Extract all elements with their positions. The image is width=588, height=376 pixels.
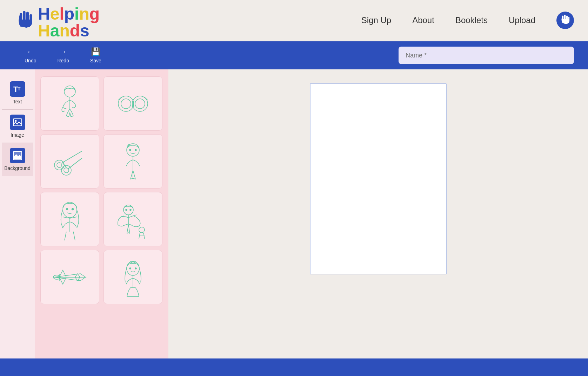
background-tool-label: Background (4, 165, 31, 171)
image-panel (35, 69, 168, 358)
footer (0, 358, 588, 376)
image-item-1[interactable] (40, 76, 99, 131)
image-item-6[interactable] (103, 192, 162, 246)
svg-point-6 (64, 86, 75, 97)
redo-label: Redo (57, 58, 69, 63)
tool-background[interactable]: Background (2, 143, 33, 176)
background-tool-icon (10, 148, 25, 163)
save-button[interactable]: 💾 Save (80, 47, 112, 63)
image-item-8[interactable] (103, 250, 162, 304)
svg-rect-2 (13, 119, 22, 126)
canvas-area (168, 69, 588, 358)
svg-point-3 (15, 120, 16, 122)
svg-point-19 (129, 149, 131, 151)
nav: Sign Up About Booklets Upload (361, 12, 574, 29)
redo-button[interactable]: → Redo (47, 47, 79, 63)
svg-text:T: T (18, 86, 21, 91)
undo-button[interactable]: ← Undo (14, 47, 47, 63)
image-item-2[interactable] (103, 76, 162, 131)
image-tool-label: Image (11, 132, 24, 138)
image-item-3[interactable] (40, 134, 99, 189)
redo-icon: → (59, 47, 67, 56)
svg-point-27 (126, 209, 127, 211)
toolbar: ← Undo → Redo 💾 Save (0, 41, 588, 69)
tool-text[interactable]: T T Text (2, 76, 33, 110)
main-content: T T Text Image (0, 69, 588, 358)
save-label: Save (90, 58, 101, 63)
text-tool-icon: T T (10, 81, 25, 97)
image-item-5[interactable] (40, 192, 99, 246)
text-tool-label: Text (13, 99, 22, 104)
canvas-page[interactable] (310, 83, 447, 274)
logo-hand-icon (14, 8, 39, 33)
svg-point-28 (130, 209, 131, 211)
sidebar-tools: T T Text Image (0, 69, 35, 358)
nav-booklets[interactable]: Booklets (455, 15, 488, 25)
svg-point-24 (72, 208, 74, 210)
tool-image[interactable]: Image (2, 110, 33, 143)
logo: Helping Hands (14, 4, 91, 37)
logo-line2: Hands (38, 22, 100, 39)
svg-point-20 (135, 149, 136, 151)
undo-icon: ← (27, 47, 34, 56)
svg-point-9 (121, 99, 131, 109)
save-icon: 💾 (91, 47, 100, 56)
nav-hand-button[interactable] (556, 12, 574, 29)
image-item-4[interactable] (103, 134, 162, 189)
svg-point-8 (118, 96, 134, 111)
svg-point-10 (132, 96, 148, 111)
name-input[interactable] (399, 47, 574, 64)
svg-point-34 (129, 268, 131, 269)
image-tool-icon (10, 115, 25, 130)
svg-point-11 (135, 99, 145, 109)
nav-upload[interactable]: Upload (509, 15, 535, 25)
svg-point-16 (61, 165, 71, 175)
undo-label: Undo (25, 58, 36, 63)
svg-point-29 (139, 227, 145, 233)
svg-point-14 (54, 160, 64, 170)
svg-point-15 (57, 163, 62, 168)
nav-about[interactable]: About (412, 15, 434, 25)
svg-point-23 (66, 208, 68, 210)
logo-line1: Helping (38, 6, 100, 22)
image-item-7[interactable] (40, 250, 99, 304)
header: Helping Hands Sign Up About Booklets Upl… (0, 0, 588, 41)
image-grid (40, 76, 163, 304)
svg-point-35 (135, 268, 136, 269)
nav-signup[interactable]: Sign Up (361, 15, 391, 25)
